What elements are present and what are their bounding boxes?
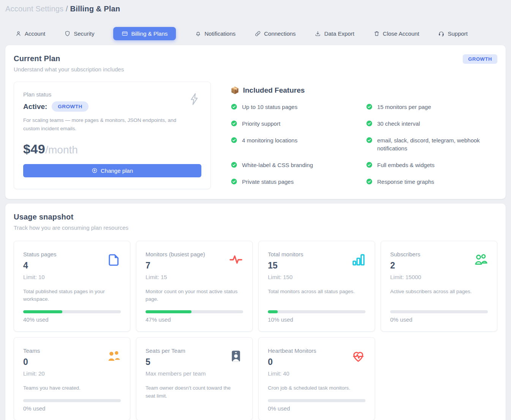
usage-title: Usage snapshot [14, 213, 128, 221]
shield-icon [64, 30, 71, 37]
feature-label: Full embeds & widgets [377, 161, 435, 169]
tab-label: Data Export [324, 30, 354, 37]
check-circle-icon [366, 103, 373, 111]
arrow-up-circle-icon [92, 167, 98, 174]
tab-connections[interactable]: Connections [255, 30, 296, 37]
tab-label: Support [448, 30, 468, 37]
usage-card-description: Team owner doesn't count toward the seat… [146, 384, 243, 400]
progress-fill [268, 310, 278, 313]
progress-track [390, 310, 488, 313]
usage-card-status-pages: Status pages4Limit: 10Total published st… [14, 241, 130, 332]
feature-label: 30 check interval [377, 120, 420, 128]
feature-label: Up to 10 status pages [242, 103, 297, 111]
headset-icon [438, 30, 445, 37]
check-circle-icon [231, 161, 237, 169]
download-icon [315, 30, 321, 37]
usage-card-total-monitors: Total monitors15Limit: 150Total monitors… [258, 241, 375, 332]
included-features: 📦 Included Features Up to 10 status page… [211, 82, 497, 189]
tab-label: Billing & Plans [131, 30, 168, 37]
usage-card-description: Monitor count on your most active status… [146, 288, 243, 304]
check-circle-icon [231, 103, 237, 111]
plan-price-line: $49/month [23, 142, 201, 156]
features-title: Included Features [243, 86, 305, 95]
check-circle-icon [366, 136, 373, 153]
usage-card-limit: Limit: 150 [268, 274, 365, 280]
tab-support[interactable]: Support [438, 30, 468, 37]
progress-track [146, 310, 243, 313]
feature-item: Private status pages [231, 178, 356, 186]
usage-percent-label: 47% used [146, 316, 243, 323]
progress-track [23, 310, 121, 313]
plan-status-card: Plan status Active: GROWTH For scaling t… [14, 82, 211, 189]
usage-percent-label: 0% used [268, 405, 365, 412]
tab-label: Notifications [204, 30, 236, 37]
feature-item: email, slack, discord, telegram, webhook… [366, 136, 497, 153]
usage-card-limit: Max members per team [146, 370, 243, 377]
users-outline-icon [473, 253, 488, 268]
breadcrumb-root[interactable]: Account Settings [5, 5, 63, 13]
usage-card-description: Total monitors across all status pages. [268, 288, 365, 296]
usage-percent-label: 10% used [268, 316, 365, 323]
change-plan-button[interactable]: Change plan [23, 164, 201, 177]
usage-percent-label: 0% used [390, 316, 488, 323]
feature-item: Up to 10 status pages [231, 103, 356, 111]
feature-label: 4 monitoring locations [242, 136, 297, 153]
current-plan-title: Current Plan [14, 54, 124, 63]
lightning-icon [188, 93, 201, 107]
check-circle-icon [366, 120, 373, 128]
usage-progress: 0% used [268, 392, 365, 412]
feature-label: email, slack, discord, telegram, webhook… [377, 136, 497, 153]
usage-snapshot-section: Usage snapshot Track how you are consumi… [5, 204, 506, 420]
user-icon [15, 30, 22, 37]
current-plan-section: Current Plan Understand what your subscr… [5, 45, 506, 199]
breadcrumb-separator: / [66, 5, 68, 13]
usage-progress: 0% used [390, 303, 488, 323]
usage-card-limit: Limit: 10 [23, 274, 121, 280]
current-plan-subtitle: Understand what your subscription includ… [14, 66, 124, 73]
package-icon: 📦 [231, 86, 239, 95]
breadcrumb-current: Billing & Plan [70, 5, 120, 13]
activity-icon [229, 253, 243, 268]
plan-status-value: Active: [23, 103, 47, 111]
check-circle-icon [366, 178, 373, 186]
tab-security[interactable]: Security [64, 30, 94, 37]
usage-card-subscribers: Subscribers2Limit: 15000Active subscribe… [381, 241, 497, 332]
breadcrumb: Account Settings / Billing & Plan [0, 0, 511, 13]
progress-track [268, 399, 365, 402]
usage-progress: 10% used [268, 303, 365, 323]
usage-card-description: Cron job & scheduled task monitors. [268, 384, 365, 392]
tab-bar: AccountSecurityBilling & PlansNotificati… [15, 26, 511, 41]
usage-card-limit: Limit: 15 [146, 274, 243, 280]
progress-fill [146, 310, 191, 313]
usage-card-limit: Limit: 20 [23, 370, 121, 377]
bar-chart-icon [351, 253, 365, 268]
bell-icon [195, 30, 201, 37]
feature-item: Full embeds & widgets [366, 161, 497, 169]
tab-close-account[interactable]: Close Account [373, 30, 419, 37]
change-plan-label: Change plan [101, 167, 133, 174]
feature-item: 15 monitors per page [366, 103, 497, 111]
feature-item: 4 monitoring locations [231, 136, 356, 153]
tab-notifications[interactable]: Notifications [195, 30, 236, 37]
check-circle-icon [231, 178, 237, 186]
usage-card-seats-per-team: Seats per Team5Max members per teamTeam … [136, 337, 253, 420]
tab-label: Close Account [383, 30, 419, 37]
usage-subtitle: Track how you are consuming plan resourc… [14, 224, 128, 231]
plan-price: $49 [23, 142, 45, 156]
usage-card-limit: Limit: 15000 [390, 274, 488, 280]
usage-card-description: Active subscribers across all pages. [390, 288, 488, 296]
heart-pulse-icon [351, 349, 365, 365]
tab-data-export[interactable]: Data Export [315, 30, 354, 37]
usage-progress: 47% used [146, 303, 243, 323]
plan-status-label: Plan status [23, 91, 201, 98]
plan-badge: GROWTH [52, 101, 89, 112]
tab-billing-plans[interactable]: Billing & Plans [113, 27, 176, 40]
feature-label: Response time graphs [377, 178, 434, 186]
plan-period: /month [45, 144, 78, 156]
tab-account[interactable]: Account [15, 30, 45, 37]
feature-label: 15 monitors per page [377, 103, 431, 111]
usage-card-heartbeat-monitors: Heartbeat Monitors0Limit: 40Cron job & s… [258, 337, 375, 420]
feature-item: White-label & CSS branding [231, 161, 356, 169]
tab-label: Connections [264, 30, 296, 37]
tab-label: Security [74, 30, 94, 37]
